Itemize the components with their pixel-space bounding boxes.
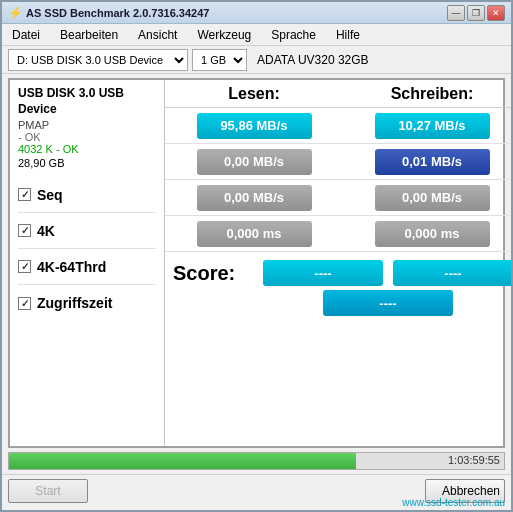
score-section: Score: ---- ---- ---- <box>165 252 513 446</box>
row-label-zugriffszeit: ✓ Zugriffszeit <box>18 285 156 321</box>
size-select[interactable]: 1 GB <box>192 49 247 71</box>
checkbox-4k64[interactable]: ✓ <box>18 260 31 273</box>
cell-4k64-read: 0,00 MB/s <box>165 180 343 215</box>
window-controls: — ❐ ✕ <box>447 5 505 21</box>
status-2: 4032 K - OK <box>18 143 156 155</box>
menu-bearbeiten[interactable]: Bearbeiten <box>56 26 122 44</box>
disk-size: 28,90 GB <box>18 157 156 169</box>
menu-bar: Datei Bearbeiten Ansicht Werkzeug Sprach… <box>2 24 511 46</box>
app-window: ⚡ AS SSD Benchmark 2.0.7316.34247 — ❐ ✕ … <box>0 0 513 512</box>
cell-zugriffszeit-write: 0,000 ms <box>343 216 513 251</box>
title-bar: ⚡ AS SSD Benchmark 2.0.7316.34247 — ❐ ✕ <box>2 2 511 24</box>
cell-4k64-write: 0,00 MB/s <box>343 180 513 215</box>
checkbox-4k[interactable]: ✓ <box>18 224 31 237</box>
score-boxes: ---- ---- ---- <box>263 260 513 316</box>
cell-seq-write: 10,27 MB/s <box>343 108 513 143</box>
menu-werkzeug[interactable]: Werkzeug <box>193 26 255 44</box>
checkbox-zugriffszeit[interactable]: ✓ <box>18 297 31 310</box>
row-labels: ✓ Seq ✓ 4K ✓ 4K-64Thrd ✓ Zugriffszeit <box>18 177 156 321</box>
cell-zugriffszeit-read: 0,000 ms <box>165 216 343 251</box>
score-top-row: ---- ---- <box>263 260 513 286</box>
score-box-total: ---- <box>323 290 453 316</box>
menu-hilfe[interactable]: Hilfe <box>332 26 364 44</box>
cell-4k-read: 0,00 MB/s <box>165 144 343 179</box>
row-label-4k: ✓ 4K <box>18 213 156 249</box>
col-header-schreiben: Schreiben: <box>343 80 513 108</box>
row-label-seq: ✓ Seq <box>18 177 156 213</box>
value-zugriffszeit-write: 0,000 ms <box>375 221 490 247</box>
value-4k64-read: 0,00 MB/s <box>197 185 312 211</box>
left-panel: USB DISK 3.0 USB Device PMAP - OK 4032 K… <box>10 80 165 446</box>
minimize-button[interactable]: — <box>447 5 465 21</box>
value-4k-write: 0,01 MB/s <box>375 149 490 175</box>
value-4k64-write: 0,00 MB/s <box>375 185 490 211</box>
data-row-zugriffszeit: 0,000 ms 0,000 ms <box>165 216 513 252</box>
score-box-read: ---- <box>263 260 383 286</box>
data-row-4k: 0,00 MB/s 0,01 MB/s <box>165 144 513 180</box>
data-row-4k64: 0,00 MB/s 0,00 MB/s <box>165 180 513 216</box>
main-content: USB DISK 3.0 USB Device PMAP - OK 4032 K… <box>8 78 505 448</box>
toolbar: D: USB DISK 3.0 USB Device 1 GB ADATA UV… <box>2 46 511 74</box>
data-row-seq: 95,86 MB/s 10,27 MB/s <box>165 108 513 144</box>
progress-time: 1:03:59:55 <box>448 454 500 466</box>
row-label-4k64: ✓ 4K-64Thrd <box>18 249 156 285</box>
start-button[interactable]: Start <box>8 479 88 503</box>
value-seq-write: 10,27 MB/s <box>375 113 490 139</box>
window-title: AS SSD Benchmark 2.0.7316.34247 <box>26 7 209 19</box>
checkbox-seq[interactable]: ✓ <box>18 188 31 201</box>
cell-seq-read: 95,86 MB/s <box>165 108 343 143</box>
drive-name-label: ADATA UV320 32GB <box>257 53 369 67</box>
status-1: - OK <box>18 131 156 143</box>
value-seq-read: 95,86 MB/s <box>197 113 312 139</box>
watermark: www.ssd-tester.com.au <box>402 497 505 508</box>
title-bar-left: ⚡ AS SSD Benchmark 2.0.7316.34247 <box>8 6 209 20</box>
drive-select[interactable]: D: USB DISK 3.0 USB Device <box>8 49 188 71</box>
score-box-write: ---- <box>393 260 513 286</box>
progress-bar <box>9 453 356 469</box>
menu-sprache[interactable]: Sprache <box>267 26 320 44</box>
menu-datei[interactable]: Datei <box>8 26 44 44</box>
results-header: Lesen: Schreiben: <box>165 80 513 108</box>
score-label: Score: <box>173 260 263 285</box>
device-name: USB DISK 3.0 USB Device <box>18 86 156 117</box>
close-button[interactable]: ✕ <box>487 5 505 21</box>
progress-area: 1:03:59:55 <box>8 452 505 470</box>
app-icon: ⚡ <box>8 6 22 20</box>
menu-ansicht[interactable]: Ansicht <box>134 26 181 44</box>
cell-4k-write: 0,01 MB/s <box>343 144 513 179</box>
value-4k-read: 0,00 MB/s <box>197 149 312 175</box>
restore-button[interactable]: ❐ <box>467 5 485 21</box>
pmap-label: PMAP <box>18 119 156 131</box>
value-zugriffszeit-read: 0,000 ms <box>197 221 312 247</box>
results-panel: Lesen: Schreiben: 95,86 MB/s 10,27 MB/s … <box>165 80 513 446</box>
col-header-lesen: Lesen: <box>165 80 343 108</box>
